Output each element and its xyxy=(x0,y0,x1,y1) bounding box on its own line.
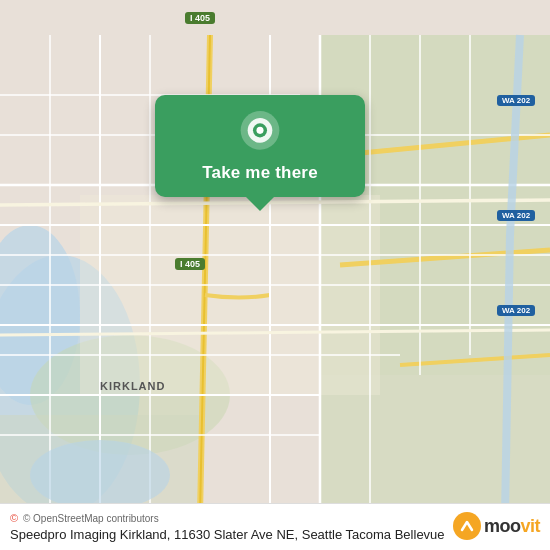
badge-wa202-bot: WA 202 xyxy=(497,305,535,316)
map-overlay xyxy=(0,0,550,550)
moovit-text: moovit xyxy=(484,516,540,537)
kirkland-label: KIRKLAND xyxy=(100,380,165,392)
svg-point-36 xyxy=(256,127,263,134)
bottom-bar: © © OpenStreetMap contributors Speedpro … xyxy=(0,503,550,550)
badge-i405-top: I 405 xyxy=(185,12,215,24)
copyright-symbol: © xyxy=(10,512,18,524)
callout-label[interactable]: Take me there xyxy=(202,163,318,183)
svg-rect-3 xyxy=(320,375,550,515)
map-container: I 405 I 405 WA 202 WA 202 WA 202 KIRKLAN… xyxy=(0,0,550,550)
location-pin-icon xyxy=(238,111,282,155)
svg-point-32 xyxy=(30,440,170,510)
badge-i405-mid: I 405 xyxy=(175,258,205,270)
navigation-callout[interactable]: Take me there xyxy=(155,95,365,197)
osm-credit-text: © OpenStreetMap contributors xyxy=(23,513,159,524)
badge-wa202-top: WA 202 xyxy=(497,95,535,106)
moovit-icon xyxy=(453,512,481,540)
badge-wa202-mid: WA 202 xyxy=(497,210,535,221)
moovit-logo: moovit xyxy=(453,512,540,540)
